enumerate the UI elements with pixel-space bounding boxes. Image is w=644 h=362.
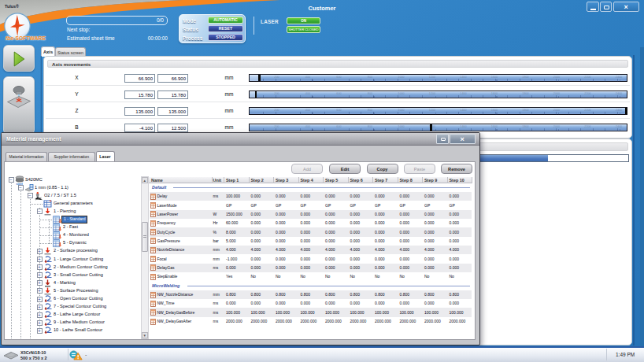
svg-text:steel: steel — [17, 182, 23, 185]
